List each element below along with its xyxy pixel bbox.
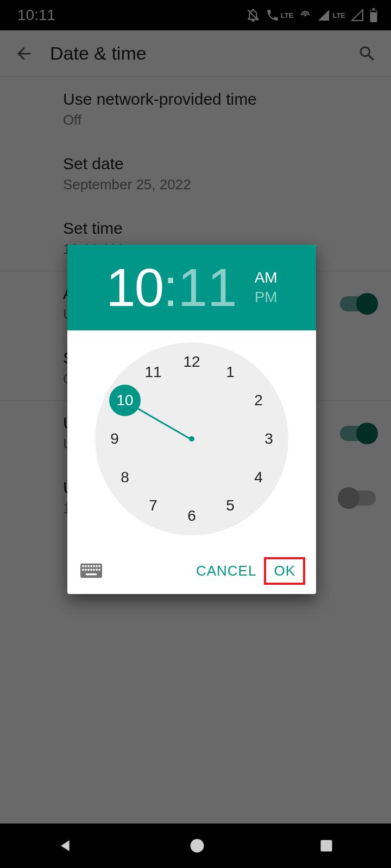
square-recent-icon (319, 838, 334, 853)
nav-recent-button[interactable] (319, 838, 334, 853)
clock-hour-12[interactable]: 12 (181, 351, 203, 373)
svg-rect-18 (98, 569, 100, 571)
keyboard-mode-button[interactable] (78, 558, 104, 584)
pm-button[interactable]: PM (255, 289, 278, 306)
svg-rect-19 (86, 573, 97, 575)
svg-rect-6 (85, 565, 86, 567)
triangle-back-icon (57, 837, 75, 855)
time-picker-header: 10 : 11 AM PM (67, 245, 316, 330)
svg-rect-5 (82, 565, 84, 567)
ok-button[interactable]: OK (264, 557, 305, 585)
clock-hour-6[interactable]: 6 (181, 505, 203, 527)
circle-home-icon (189, 838, 205, 854)
svg-rect-10 (96, 565, 97, 567)
clock-hour-1[interactable]: 1 (219, 361, 241, 383)
system-nav-bar (0, 824, 391, 868)
time-picker-dialog: 10 : 11 AM PM 121234567891011 CANCEL OK (67, 245, 316, 594)
svg-rect-16 (93, 569, 94, 571)
svg-rect-9 (93, 565, 94, 567)
nav-home-button[interactable] (189, 838, 205, 854)
clock-hour-3[interactable]: 3 (258, 428, 280, 450)
clock-area: 121234567891011 (67, 330, 316, 547)
svg-rect-13 (85, 569, 86, 571)
time-colon: : (163, 261, 178, 314)
clock-hour-4[interactable]: 4 (248, 467, 269, 488)
keyboard-icon (80, 563, 102, 579)
clock-hour-7[interactable]: 7 (142, 495, 164, 516)
svg-rect-14 (87, 569, 89, 571)
svg-rect-11 (98, 565, 100, 567)
clock-face[interactable]: 121234567891011 (95, 342, 288, 535)
clock-hour-9[interactable]: 9 (104, 428, 125, 450)
clock-hour-11[interactable]: 11 (142, 361, 164, 383)
svg-rect-12 (82, 569, 84, 571)
nav-back-button[interactable] (57, 837, 75, 855)
svg-rect-17 (96, 569, 97, 571)
clock-hour-5[interactable]: 5 (219, 495, 241, 516)
minute-display[interactable]: 11 (178, 261, 237, 314)
clock-hour-selected[interactable]: 10 (109, 385, 141, 416)
am-button[interactable]: AM (255, 269, 278, 286)
cancel-button[interactable]: CANCEL (188, 557, 264, 585)
dialog-actions: CANCEL OK (67, 547, 316, 594)
ampm-selector: AM PM (255, 269, 278, 306)
svg-point-20 (190, 839, 204, 853)
svg-rect-8 (90, 565, 92, 567)
clock-hour-8[interactable]: 8 (114, 467, 136, 488)
time-display: 10 : 11 (106, 261, 237, 314)
svg-rect-15 (90, 569, 92, 571)
clock-hour-2[interactable]: 2 (248, 390, 269, 411)
svg-rect-7 (87, 565, 89, 567)
hour-display[interactable]: 10 (106, 261, 163, 314)
svg-rect-21 (321, 840, 332, 852)
